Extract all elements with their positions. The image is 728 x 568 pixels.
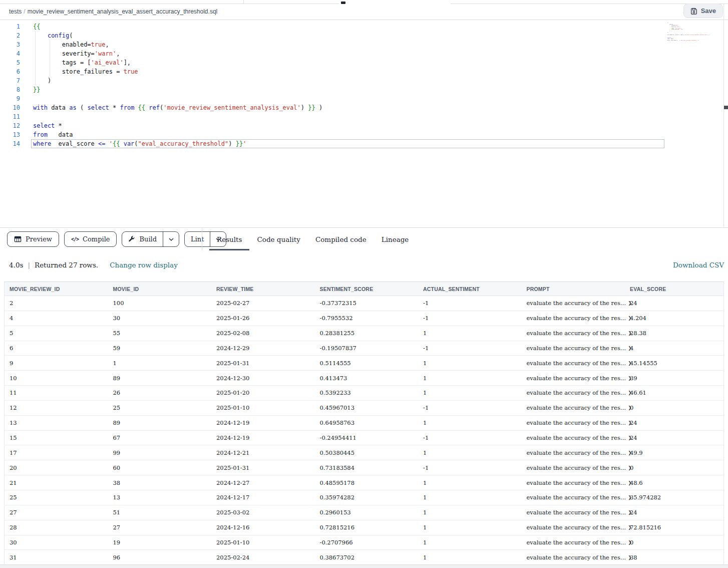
column-header-sentiment_score[interactable]: SENTIMENT_SCORE	[315, 286, 419, 292]
cell-review_time: 2025-02-27	[211, 300, 315, 307]
column-header-review_time[interactable]: REVIEW_TIME	[211, 286, 315, 292]
prompt-cell: evaluate the accuracy of the res…❯	[522, 345, 625, 352]
cell-eval_score: 28.38	[625, 330, 723, 337]
table-row[interactable]: 10892024-12-300.4134731evaluate the accu…	[5, 371, 723, 386]
table-row[interactable]: 25132024-12-170.359742821evaluate the ac…	[5, 490, 723, 505]
lint-button[interactable]: Lint	[185, 232, 210, 246]
page-scrollbar-handle[interactable]	[724, 106, 728, 109]
code-line[interactable]: tags = ['ai_eval'],	[31, 58, 664, 67]
table-row[interactable]: 5552025-02-080.283812551evaluate the acc…	[5, 326, 723, 341]
table-row[interactable]: 20602025-01-310.73183584-1evaluate the a…	[5, 460, 723, 475]
tab-lineage[interactable]: Lineage	[374, 228, 417, 250]
table-row[interactable]: 17992024-12-210.503804451evaluate the ac…	[5, 445, 723, 460]
code-line[interactable]: config(	[31, 31, 664, 40]
preview-button[interactable]: Preview	[7, 231, 59, 247]
code-line[interactable]: select *	[31, 121, 664, 130]
cell-review_time: 2024-12-29	[211, 345, 315, 352]
save-button[interactable]: Save	[683, 4, 723, 18]
dbt-ide-window: tests/movie_review_sentiment_analysis_ev…	[0, 0, 728, 568]
column-header-prompt[interactable]: PROMPT	[522, 286, 625, 292]
build-button[interactable]: Build	[122, 232, 163, 246]
cell-review_time: 2024-12-16	[211, 524, 315, 531]
prompt-cell: evaluate the accuracy of the res…❯	[522, 524, 625, 531]
cell-movie_review_id: 15	[5, 434, 108, 441]
code-line[interactable]: )	[31, 76, 664, 85]
code-line[interactable]	[31, 94, 664, 103]
tabstrip-separator	[243, 0, 244, 4]
table-row[interactable]: 27512025-03-020.29601531evaluate the acc…	[5, 505, 723, 520]
cell-sentiment_score: 0.48595178	[315, 479, 419, 486]
breadcrumb-dir[interactable]: tests	[9, 8, 22, 15]
code-line[interactable]: }}	[31, 85, 664, 94]
download-csv-link[interactable]: Download CSV	[673, 261, 724, 269]
cell-actual_sentiment: 1	[418, 539, 522, 546]
cell-sentiment_score: 0.38673702	[315, 554, 419, 561]
table-row[interactable]: 13892024-12-190.649587631evaluate the ac…	[5, 416, 723, 431]
table-row[interactable]: 12252025-01-100.45967013-1evaluate the a…	[5, 401, 723, 416]
tab-results[interactable]: Results	[209, 228, 249, 250]
code-line[interactable]	[31, 112, 664, 121]
code-line[interactable]: store_failures = true	[31, 67, 664, 76]
wrench-icon	[128, 236, 135, 243]
cell-actual_sentiment: -1	[418, 300, 522, 307]
cell-movie_review_id: 12	[5, 404, 108, 411]
cell-review_time: 2025-02-24	[211, 554, 315, 561]
minimap[interactable]: {{ config( enabled=true, severity='warn'…	[667, 22, 723, 212]
cell-movie_id: 19	[108, 539, 212, 546]
indent-guide	[35, 31, 36, 85]
table-row[interactable]: 21002025-02-27-0.37372315-1evaluate the …	[5, 296, 723, 311]
code-line[interactable]: with data as ( select * from {{ ref('mov…	[31, 103, 664, 112]
table-row[interactable]: 21382024-12-270.485951781evaluate the ac…	[5, 475, 723, 490]
table-row[interactable]: 11262025-01-200.53922331evaluate the acc…	[5, 386, 723, 401]
table-row[interactable]: 28272024-12-160.728152161evaluate the ac…	[5, 520, 723, 535]
cell-review_time: 2025-01-26	[211, 315, 315, 322]
prompt-truncated-text: evaluate the accuracy of the res…	[527, 449, 626, 456]
code-lines[interactable]: {{ config( enabled=true, severity='warn'…	[31, 22, 664, 148]
code-line[interactable]: from data	[31, 130, 664, 139]
compile-button[interactable]: </> Compile	[64, 231, 117, 247]
cell-eval_score: 24	[625, 434, 723, 441]
build-dropdown-button[interactable]	[163, 232, 179, 246]
cell-movie_id: 96	[108, 554, 212, 561]
code-line[interactable]: where eval_score <= '{{ var("eval_accura…	[31, 139, 664, 148]
prompt-cell: evaluate the accuracy of the res…❯	[522, 539, 625, 546]
table-row[interactable]: 30192025-01-10-0.27079661evaluate the ac…	[5, 535, 723, 550]
cell-movie_review_id: 4	[5, 315, 108, 322]
table-row[interactable]: 15672024-12-19-0.24954411-1evaluate the …	[5, 431, 723, 446]
returned-rows-text: Returned 27 rows.	[35, 261, 98, 269]
prompt-cell: evaluate the accuracy of the res…❯	[522, 449, 625, 456]
cell-sentiment_score: 0.5114555	[315, 360, 419, 367]
prompt-truncated-text: evaluate the accuracy of the res…	[527, 554, 626, 561]
result-tabs: ResultsCode qualityCompiled codeLineage	[209, 228, 416, 250]
horizontal-scrollbar-track[interactable]	[0, 564, 728, 568]
cell-movie_review_id: 17	[5, 449, 108, 456]
code-editor[interactable]: 1234567891011121314 {{ config( enabled=t…	[0, 20, 728, 228]
save-floppy-icon	[690, 8, 697, 15]
column-header-movie_review_id[interactable]: MOVIE_REVIEW_ID	[5, 286, 108, 292]
table-row[interactable]: 912025-01-310.51145551evaluate the accur…	[5, 356, 723, 371]
cell-movie_id: 67	[108, 434, 212, 441]
line-number: 1	[0, 22, 20, 31]
cell-eval_score: 4	[625, 345, 723, 352]
table-row[interactable]: 6592024-12-29-0.19507837-1evaluate the a…	[5, 341, 723, 356]
column-header-actual_sentiment[interactable]: ACTUAL_SENTIMENT	[418, 286, 522, 292]
cell-movie_review_id: 30	[5, 539, 108, 546]
tab-code-quality[interactable]: Code quality	[249, 228, 307, 250]
cell-sentiment_score: 0.45967013	[315, 404, 419, 411]
cell-movie_id: 13	[108, 494, 212, 501]
code-line[interactable]: where eval_score <= '{{ var("eval_accura…	[667, 40, 719, 41]
indent-guide	[50, 40, 50, 76]
code-lines[interactable]: {{ config( enabled=true, severity='warn'…	[667, 22, 719, 41]
column-header-eval_score[interactable]: EVAL_SCORE	[625, 286, 723, 292]
cell-eval_score: 24	[625, 419, 723, 426]
prompt-cell: evaluate the accuracy of the res…❯	[522, 389, 625, 396]
table-row[interactable]: 4302025-01-26-0.7955532-1evaluate the ac…	[5, 311, 723, 326]
tab-compiled-code[interactable]: Compiled code	[308, 228, 374, 250]
change-row-display-link[interactable]: Change row display	[110, 261, 178, 269]
cell-sentiment_score: -0.7955532	[315, 315, 419, 322]
table-row[interactable]: 31962025-02-240.386737021evaluate the ac…	[5, 550, 723, 564]
code-line[interactable]: enabled=true,	[31, 40, 664, 49]
column-header-movie_id[interactable]: MOVIE_ID	[108, 286, 212, 292]
code-line[interactable]: severity='warn',	[31, 49, 664, 58]
code-line[interactable]: {{	[31, 22, 664, 31]
